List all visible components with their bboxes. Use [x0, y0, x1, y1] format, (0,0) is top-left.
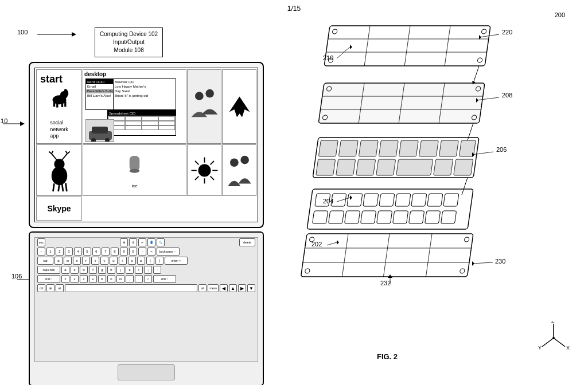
key-a[interactable]: a — [61, 266, 69, 274]
key-shift-right[interactable]: shift ↑ — [153, 275, 176, 283]
sun-icon — [189, 155, 220, 186]
key-menu[interactable]: menu — [208, 284, 219, 292]
key-f[interactable]: f — [89, 266, 97, 274]
key-4[interactable]: 4 — [74, 247, 82, 256]
label-200: 200 — [555, 11, 565, 18]
svg-rect-7 — [56, 102, 58, 107]
key-minus[interactable]: - — [138, 247, 146, 256]
airplane-icon — [227, 94, 252, 120]
key-3[interactable]: 3 — [65, 247, 73, 256]
key-u[interactable]: u — [110, 257, 118, 265]
layer-204 — [307, 189, 473, 229]
text-206: 206 — [496, 146, 507, 153]
key-r[interactable]: r — [82, 257, 90, 265]
svg-text:X: X — [566, 345, 570, 351]
key-h[interactable]: h — [107, 266, 115, 274]
key-s[interactable]: s — [71, 266, 79, 274]
key-esc[interactable]: esc — [37, 238, 45, 246]
key-z[interactable]: z — [61, 275, 69, 283]
horse-icon — [44, 85, 75, 108]
key-win[interactable]: ⊞ — [46, 284, 54, 292]
key-n[interactable]: n — [107, 275, 115, 283]
key-k[interactable]: k — [126, 266, 134, 274]
layer-220 — [324, 26, 490, 66]
text-230: 230 — [495, 258, 505, 265]
key-right-arrow[interactable]: ▶ — [238, 284, 246, 292]
spreadsheet-window: Spreadsheet ⊡⊡ — [107, 110, 176, 136]
key-g[interactable]: g — [98, 266, 106, 274]
key-y[interactable]: y — [100, 257, 108, 265]
key-delete[interactable]: delete — [239, 238, 255, 246]
key-8[interactable]: 8 — [111, 247, 119, 256]
key-quote[interactable]: ' — [153, 266, 161, 274]
key-comma[interactable]: , — [126, 275, 134, 283]
svg-rect-29 — [130, 156, 140, 171]
key-w[interactable]: w — [64, 257, 72, 265]
key-backspace[interactable]: backspace ← — [157, 247, 180, 256]
key-b[interactable]: b — [98, 275, 106, 283]
key-f2[interactable]: ⚙ — [129, 238, 137, 246]
key-down-arrow[interactable]: ▼ — [247, 284, 255, 292]
key-left-arrow[interactable]: ◀ — [220, 284, 228, 292]
desktop-label: desktop — [84, 71, 106, 77]
key-9[interactable]: 9 — [120, 247, 128, 256]
key-i[interactable]: i — [119, 257, 127, 265]
key-tilde[interactable]: ~ — [37, 247, 45, 256]
key-rbracket[interactable]: ] — [155, 257, 163, 265]
key-slash[interactable]: / — [144, 275, 152, 283]
ice-label: ice — [131, 183, 137, 188]
key-o[interactable]: o — [128, 257, 136, 265]
touchpad[interactable] — [118, 364, 175, 380]
key-j[interactable]: j — [116, 266, 124, 274]
key-semicolon[interactable]: ; — [144, 266, 152, 274]
group-icon — [224, 149, 255, 192]
key-alt-left[interactable]: alt — [56, 284, 64, 292]
skype-label: Skype — [47, 204, 71, 213]
key-l[interactable]: l — [135, 266, 143, 274]
key-1[interactable]: 1 — [46, 247, 54, 256]
key-shift-left[interactable]: shift ↑ — [37, 275, 60, 283]
key-lbracket[interactable]: [ — [146, 257, 154, 265]
key-q[interactable]: q — [54, 257, 63, 265]
key-tab[interactable]: tab — [37, 257, 53, 265]
key-d[interactable]: d — [80, 266, 88, 274]
key-f1[interactable]: ⊞ — [120, 238, 128, 246]
kb-row-6: ctrl ⊞ alt alt menu ◀ ▲ ▶ ▼ — [35, 284, 258, 293]
key-7[interactable]: 7 — [102, 247, 110, 256]
key-m[interactable]: m — [116, 275, 124, 283]
key-space[interactable] — [65, 284, 197, 292]
text-204: 204 — [323, 198, 333, 205]
key-6[interactable]: 6 — [92, 247, 100, 256]
key-f4[interactable]: 👤 — [147, 238, 155, 246]
key-alt-right[interactable]: alt — [198, 284, 207, 292]
key-0[interactable]: 0 — [129, 247, 137, 256]
svg-rect-6 — [53, 101, 54, 107]
key-enter[interactable]: enter ↵ — [165, 257, 188, 265]
key-p[interactable]: p — [137, 257, 145, 265]
key-v[interactable]: v — [89, 275, 97, 283]
svg-point-41 — [240, 155, 249, 164]
key-ctrl-left[interactable]: ctrl — [37, 284, 45, 292]
key-x[interactable]: x — [71, 275, 79, 283]
computing-device-module: Module 108 — [100, 46, 158, 54]
key-equals[interactable]: = — [147, 247, 155, 256]
screen-outer: start social network app — [29, 62, 264, 228]
spreadsheet-grid — [108, 116, 175, 130]
svg-line-25 — [53, 183, 54, 191]
key-2[interactable]: 2 — [56, 247, 64, 256]
kb-row-2: ~ 1 2 3 4 5 6 7 8 9 0 - = backspace ← — [35, 247, 258, 256]
key-period[interactable]: . — [135, 275, 143, 283]
svg-rect-12 — [92, 127, 108, 133]
svg-line-36 — [195, 161, 198, 164]
key-caps-lock[interactable]: caps lock — [37, 266, 60, 274]
key-e[interactable]: e — [73, 257, 81, 265]
kb-row-1: esc ⊞ ⚙ ✂ 👤 🔍 delete — [35, 238, 258, 247]
key-5[interactable]: 5 — [83, 247, 91, 256]
key-t[interactable]: t — [91, 257, 99, 265]
key-up-arrow[interactable]: ▲ — [229, 284, 237, 292]
key-f5[interactable]: 🔍 — [157, 238, 165, 246]
key-c[interactable]: c — [80, 275, 88, 283]
key-f3[interactable]: ✂ — [138, 238, 146, 246]
svg-line-19 — [51, 154, 56, 160]
svg-rect-65 — [318, 140, 338, 156]
